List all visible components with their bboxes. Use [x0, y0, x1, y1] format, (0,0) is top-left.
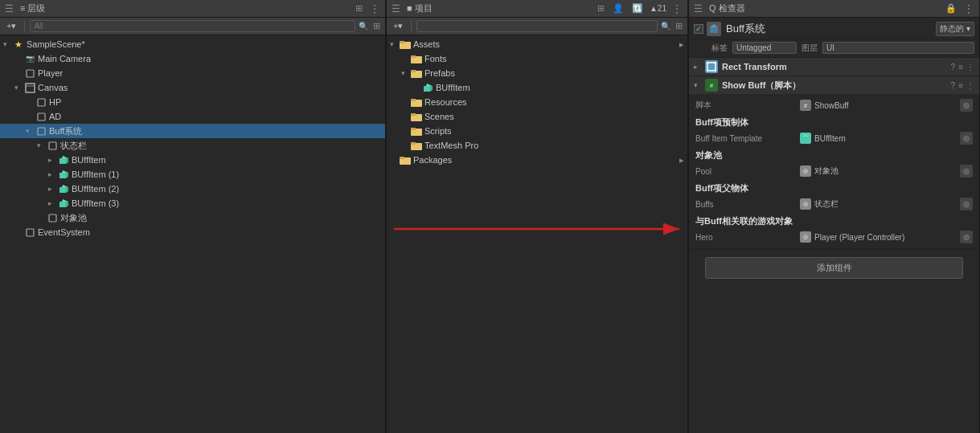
buffs-field-label: Buffs: [695, 200, 800, 209]
rect-settings-icon[interactable]: ≡: [958, 63, 963, 71]
inspector-hamburger-icon[interactable]: ☰: [694, 3, 703, 14]
show-buff-help-icon[interactable]: ?: [951, 81, 956, 90]
show-buff-settings-icon[interactable]: ≡: [958, 81, 963, 90]
project-icon1[interactable]: ⊞: [596, 3, 606, 14]
object-icon: [707, 22, 721, 36]
hierarchy-item-ad[interactable]: AD: [0, 109, 385, 124]
project-extra-icon[interactable]: ⊞: [674, 21, 684, 31]
project-add-button[interactable]: +▾: [390, 20, 406, 33]
layer-label: 图层: [802, 43, 818, 54]
hierarchy-extra-icon[interactable]: ⊞: [371, 21, 382, 31]
svg-point-45: [707, 70, 709, 72]
hierarchy-item-maincamera[interactable]: 📷 Main Camera: [0, 51, 385, 66]
hierarchy-item-eventsystem[interactable]: EventSystem: [0, 225, 385, 239]
project-item-scenes[interactable]: Scenes: [387, 109, 687, 124]
project-toolbar: +▾ 🔍 ⊞: [387, 18, 687, 35]
rect-more-icon[interactable]: ⋮: [966, 63, 974, 71]
hierarchy-item-buffitem3[interactable]: ▸ BUffItem (3): [0, 196, 385, 210]
pool-ref-icon: ◎: [800, 165, 811, 177]
static-dropdown[interactable]: 静态的 ▾: [936, 22, 974, 36]
script-select-btn[interactable]: ◎: [960, 99, 973, 112]
tree-icon-cube: [58, 198, 69, 209]
tree-item-label: BUffItem (1): [72, 170, 119, 179]
project-item-assets[interactable]: ▾ Assets ▸: [387, 37, 687, 51]
tag-dropdown[interactable]: Untagged: [732, 42, 797, 54]
rect-help-icon[interactable]: ?: [951, 63, 956, 71]
add-component-button[interactable]: 添加组件: [705, 257, 963, 279]
buffs-field-value: ◎ 状态栏 ◎: [800, 198, 973, 210]
show-buff-arrow: ▾: [694, 81, 702, 89]
show-buff-header[interactable]: ▾ # Show Buff（脚本） ? ≡ ⋮: [689, 76, 979, 94]
hierarchy-item-statusbar[interactable]: ▾ 状态栏: [0, 138, 385, 153]
hierarchy-more-icon[interactable]: ⋮: [369, 2, 380, 15]
tree-icon-canvas: [24, 82, 35, 93]
tag-label: 标签: [711, 43, 728, 54]
inspector-object-row: ✓ Buff系统 静态的 ▾: [689, 18, 979, 40]
project-item-textmesh[interactable]: TextMesh Pro: [387, 138, 687, 153]
inspector-more-icon[interactable]: ⋮: [963, 2, 974, 15]
hierarchy-item-buff[interactable]: ▾ Buff系统: [0, 124, 385, 138]
hierarchy-panel: ☰ ≡ 层级 ⊞ ⋮ +▾ 🔍 ⊞ ▾ ★ SampleScene* 📷 Mai…: [0, 0, 386, 433]
inspector-lock-icon[interactable]: 🔒: [944, 3, 958, 14]
project-item-resources[interactable]: Resources: [387, 95, 687, 109]
project-icon-folder: [411, 67, 422, 79]
project-icon-cube: [422, 82, 433, 93]
hero-section-label: 与Buff相关联的游戏对象: [689, 212, 979, 229]
project-icon2[interactable]: 👤: [611, 3, 625, 14]
hierarchy-item-hp[interactable]: HP: [0, 95, 385, 109]
rect-transform-header[interactable]: ▸ Rect Transform ? ≡: [689, 58, 979, 76]
tree-item-label: 状态栏: [60, 140, 87, 152]
pool-select-btn[interactable]: ◎: [960, 165, 973, 178]
rect-transform-arrow: ▸: [694, 63, 702, 71]
object-active-checkbox[interactable]: ✓: [694, 24, 703, 34]
hierarchy-hamburger-icon[interactable]: ☰: [5, 3, 14, 14]
hierarchy-item-samplescene[interactable]: ▾ ★ SampleScene*: [0, 37, 385, 51]
project-item-fonts[interactable]: Fonts: [387, 51, 687, 66]
hierarchy-item-buffitem0[interactable]: ▸ BUffItem: [0, 153, 385, 167]
inspector-header: ☰ Q 检查器 🔒 ⋮: [689, 0, 979, 18]
project-item-prefabs[interactable]: ▾ Prefabs: [387, 66, 687, 80]
project-item-label: Scripts: [424, 126, 452, 136]
hierarchy-search-input[interactable]: [30, 20, 355, 32]
hero-select-btn[interactable]: ◎: [960, 231, 973, 243]
svg-point-44: [715, 62, 717, 64]
hierarchy-add-button[interactable]: +▾: [3, 20, 19, 33]
svg-marker-41: [710, 24, 718, 27]
hierarchy-item-buffitem2[interactable]: ▸ BUffItem (2): [0, 182, 385, 196]
show-buff-more-icon[interactable]: ⋮: [966, 81, 974, 90]
hierarchy-item-buffitem1[interactable]: ▸ BUffItem (1): [0, 167, 385, 182]
tree-icon-gameobj: [35, 96, 47, 108]
tree-item-label: Player: [38, 68, 63, 78]
project-search-input[interactable]: [416, 20, 658, 32]
show-buff-body: 脚本 # ShowBuff ◎ Buff项预制体: [689, 94, 979, 248]
svg-rect-6: [49, 142, 56, 149]
project-icon-folder: [400, 154, 411, 165]
layer-dropdown[interactable]: UI: [822, 42, 974, 54]
script-ref-text: ShowBuff: [814, 101, 849, 110]
project-item-label: Assets: [413, 39, 440, 49]
tree-icon-gameobj: [24, 227, 35, 238]
project-icon-folder: [411, 53, 422, 64]
hero-ref-icon: ◎: [800, 231, 811, 243]
buffs-ref-text: 状态栏: [814, 198, 839, 210]
pool-field-value: ◎ 对象池 ◎: [800, 165, 973, 178]
project-item-buffitem_prefab[interactable]: BUffItem: [387, 80, 687, 95]
project-item-scripts[interactable]: Scripts: [387, 124, 687, 138]
hierarchy-item-player[interactable]: Player: [0, 66, 385, 80]
hierarchy-item-canvas[interactable]: ▾ Canvas: [0, 80, 385, 95]
project-item-packages[interactable]: Packages ▸: [387, 153, 687, 167]
project-icon3[interactable]: 🔃: [630, 3, 645, 14]
inspector-panel: ☰ Q 检查器 🔒 ⋮ ✓ Buff系统 静态的 ▾: [689, 0, 980, 433]
hierarchy-pin-icon[interactable]: ⊞: [354, 3, 364, 14]
project-hamburger-icon[interactable]: ☰: [392, 3, 400, 14]
rect-transform-section: ▸ Rect Transform ? ≡: [689, 58, 979, 76]
svg-marker-8: [62, 156, 68, 158]
project-more-icon[interactable]: ⋮: [671, 2, 683, 15]
hierarchy-content: ▾ ★ SampleScene* 📷 Main Camera Player ▾ …: [0, 35, 385, 433]
svg-marker-17: [62, 199, 68, 202]
buffs-select-btn[interactable]: ◎: [960, 198, 973, 210]
pool-field-label: Pool: [695, 167, 800, 176]
hierarchy-item-objectpool[interactable]: 对象池: [0, 210, 385, 225]
svg-marker-15: [66, 187, 68, 193]
buff-item-select-btn[interactable]: ◎: [960, 132, 973, 145]
